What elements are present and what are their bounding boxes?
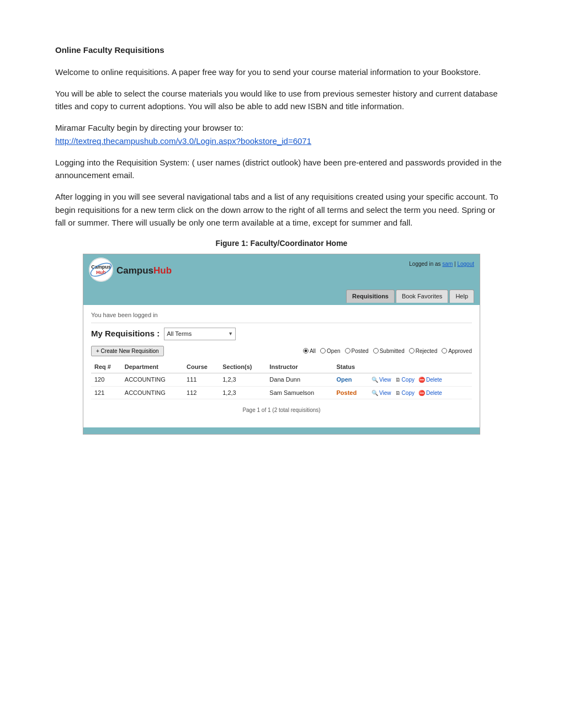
delete-link-121[interactable]: Delete: [426, 390, 442, 396]
term-select-arrow: ▼: [228, 330, 233, 338]
col-course: Course: [183, 361, 219, 373]
doc-title: Online Faculty Requisitions: [55, 44, 508, 57]
logo-svg: Campus Hub: [89, 258, 113, 282]
cell-status-120: Open: [333, 373, 368, 387]
create-new-requisition-button[interactable]: + Create New Requisition: [91, 346, 164, 356]
view-icon-121: 🔍: [371, 390, 378, 396]
my-req-label: My Requisitions :: [91, 328, 160, 340]
filter-approved-label: Approved: [448, 347, 472, 355]
table-row: 121 ACCOUNTING 112 1,2,3 Sam Samuelson P…: [91, 386, 472, 399]
col-sections: Section(s): [219, 361, 266, 373]
figure-box: Campus Hub CampusHub Logged in as sam | …: [83, 254, 480, 435]
delete-link-120[interactable]: Delete: [426, 377, 442, 383]
cell-instructor-121: Sam Samuelson: [266, 386, 333, 399]
radio-approved-dot: [442, 348, 447, 354]
fig-footer-bar: [83, 427, 480, 434]
fig-filters: All Open Posted Submitted: [303, 347, 472, 355]
logout-link[interactable]: Logout: [457, 261, 474, 267]
fig-content: You have been logged in My Requisitions …: [83, 305, 480, 422]
radio-rejected-dot: [409, 348, 415, 354]
filter-open[interactable]: Open: [320, 347, 340, 355]
svg-text:Campus: Campus: [91, 264, 111, 270]
view-link-120[interactable]: View: [379, 377, 391, 383]
table-header-row: Req # Department Course Section(s) Instr…: [91, 361, 472, 373]
cell-sections-120: 1,2,3: [219, 373, 266, 387]
col-req: Req #: [91, 361, 121, 373]
cell-actions-121: 🔍View 🗎Copy ⛔Delete: [368, 386, 472, 399]
fig-my-req-row: My Requisitions : All Terms ▼: [91, 328, 472, 340]
doc-para-3: Miramar Faculty begin by directing your …: [55, 121, 508, 147]
fig-toolbar: + Create New Requisition All Open Posted: [91, 346, 472, 356]
fig-nav: Requisitions Book Favorites Help: [83, 290, 480, 305]
col-actions: [368, 361, 472, 373]
doc-para-5: After logging in you will see several na…: [55, 190, 508, 229]
campus-hub-logo: Campus Hub CampusHub: [89, 258, 172, 283]
delete-icon-120: ⛔: [418, 377, 425, 383]
tab-help[interactable]: Help: [449, 290, 474, 303]
tab-book-favorites[interactable]: Book Favorites: [396, 290, 448, 303]
col-status: Status: [333, 361, 368, 373]
doc-para-4: Logging into the Requisition System: ( u…: [55, 156, 508, 182]
copy-icon-120: 🗎: [395, 377, 401, 383]
filter-all-label: All: [310, 347, 316, 355]
copy-icon-121: 🗎: [395, 390, 401, 396]
cell-instructor-120: Dana Dunn: [266, 373, 333, 387]
copy-link-121[interactable]: Copy: [402, 390, 415, 396]
cell-req-121: 121: [91, 386, 121, 399]
filter-posted[interactable]: Posted: [345, 347, 369, 355]
doc-para-2: You will be able to select the course ma…: [55, 87, 508, 113]
radio-submitted-dot: [373, 348, 379, 354]
filter-all[interactable]: All: [303, 347, 316, 355]
cell-dept-121: ACCOUNTING: [121, 386, 183, 399]
filter-open-label: Open: [327, 347, 340, 355]
term-select[interactable]: All Terms ▼: [164, 328, 236, 340]
cell-req-120: 120: [91, 373, 121, 387]
fig-logged-in-notice: You have been logged in: [91, 311, 472, 324]
filter-posted-label: Posted: [352, 347, 369, 355]
col-dept: Department: [121, 361, 183, 373]
tab-requisitions[interactable]: Requisitions: [346, 290, 395, 303]
col-instructor: Instructor: [266, 361, 333, 373]
logo-ellipse: Campus Hub: [89, 258, 113, 282]
view-icon-120: 🔍: [371, 377, 378, 383]
delete-icon-121: ⛔: [418, 390, 425, 396]
filter-approved[interactable]: Approved: [442, 347, 472, 355]
cell-course-121: 112: [183, 386, 219, 399]
filter-rejected[interactable]: Rejected: [409, 347, 437, 355]
fig-header: Campus Hub CampusHub Logged in as sam | …: [83, 254, 480, 290]
page: Online Faculty Requisitions Welcome to o…: [0, 0, 563, 728]
cell-sections-121: 1,2,3: [219, 386, 266, 399]
copy-link-120[interactable]: Copy: [402, 377, 415, 383]
logo-campus-text: Campus: [116, 265, 153, 276]
filter-rejected-label: Rejected: [416, 347, 437, 355]
cell-status-121: Posted: [333, 386, 368, 399]
username-link[interactable]: sam: [442, 261, 453, 267]
filter-submitted[interactable]: Submitted: [373, 347, 405, 355]
requisitions-table: Req # Department Course Section(s) Instr…: [91, 361, 472, 400]
view-link-121[interactable]: View: [379, 390, 391, 396]
figure-label: Figure 1: Faculty/Coordinator Home: [55, 238, 508, 249]
filter-submitted-label: Submitted: [380, 347, 405, 355]
logo-wordmark: CampusHub: [116, 266, 172, 275]
cell-actions-120: 🔍View 🗎Copy ⛔Delete: [368, 373, 472, 387]
cell-course-120: 111: [183, 373, 219, 387]
radio-all-dot: [303, 348, 309, 354]
doc-para-3-prefix: Miramar Faculty begin by directing your …: [55, 123, 243, 132]
radio-open-dot: [320, 348, 326, 354]
fig-top-right: Logged in as sam | Logout: [409, 258, 474, 268]
doc-para-1: Welcome to online requisitions. A paper …: [55, 66, 508, 78]
radio-posted-dot: [345, 348, 350, 354]
cell-dept-120: ACCOUNTING: [121, 373, 183, 387]
table-row: 120 ACCOUNTING 111 1,2,3 Dana Dunn Open …: [91, 373, 472, 387]
logo-icon: Campus Hub: [89, 258, 114, 283]
term-select-value: All Terms: [167, 329, 192, 339]
logo-hub-text: Hub: [153, 265, 172, 276]
doc-link[interactable]: http://textreq.thecampushub.com/v3.0/Log…: [55, 136, 311, 146]
page-info: Page 1 of 1 (2 total requisitions): [91, 404, 472, 416]
svg-text:Hub: Hub: [96, 270, 106, 275]
logged-in-text-top: Logged in as sam | Logout: [409, 261, 474, 267]
